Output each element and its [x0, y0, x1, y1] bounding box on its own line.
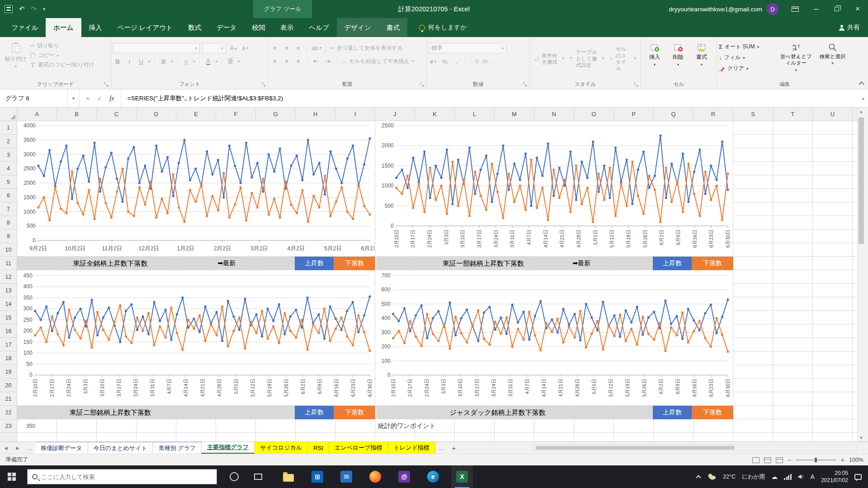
enter-formula-icon[interactable]: ✓ — [97, 95, 102, 102]
increase-decimal-button[interactable]: ←.0 — [470, 56, 479, 66]
ribbon-tab-数式[interactable]: 数式 — [180, 18, 209, 37]
normal-view-icon[interactable] — [752, 457, 760, 463]
zoom-out-icon[interactable]: − — [788, 456, 791, 464]
row-header-17[interactable]: 17 — [0, 338, 17, 352]
ribbon-tab-校閲[interactable]: 校閲 — [244, 18, 273, 37]
format-painter-button[interactable]: 書式のコピー/貼り付け — [30, 61, 94, 69]
merge-center-button[interactable]: ↔セルを結合して中央揃え▾ — [341, 57, 414, 65]
sheet-tab-トレンド指標[interactable]: トレンド指標 — [388, 442, 435, 454]
row-header-15[interactable]: 15 — [0, 311, 17, 324]
row-header-10[interactable]: 10 — [0, 243, 17, 257]
column-header-Q[interactable]: Q — [654, 108, 693, 121]
row-header-11[interactable]: 11 — [0, 257, 17, 270]
onedrive-cloud-icon[interactable]: ☁ — [771, 473, 778, 480]
dialog-launcher-icon[interactable] — [634, 82, 639, 87]
row-header-3[interactable]: 3 — [0, 148, 17, 162]
page-break-view-icon[interactable] — [776, 457, 783, 463]
column-header-G[interactable]: G — [256, 108, 296, 121]
ribbon-tab-書式[interactable]: 書式 — [379, 18, 407, 37]
column-header-S[interactable]: S — [733, 108, 773, 121]
one-point-cell[interactable]: 統計的ワンポイント — [378, 419, 436, 433]
sheet-nav-next-icon[interactable]: ▶ — [12, 442, 24, 454]
select-all-corner[interactable] — [0, 108, 17, 121]
column-header-R[interactable]: R — [693, 108, 733, 121]
bold-button[interactable]: B — [113, 56, 122, 66]
zoom-slider-thumb[interactable] — [815, 458, 817, 462]
horizontal-scrollbar[interactable] — [533, 445, 857, 451]
column-header-U[interactable]: U — [813, 108, 853, 121]
edge-button[interactable]: e — [422, 465, 444, 488]
sheet-tab-株価診断データ[interactable]: 株価診断データ — [35, 442, 88, 454]
row-header-7[interactable]: 7 — [0, 202, 17, 216]
currency-button[interactable]: ¥▾ — [429, 56, 438, 66]
font-size-combo[interactable]: ▾ — [203, 43, 226, 53]
row-header-14[interactable]: 14 — [0, 297, 17, 311]
row-header-13[interactable]: 13 — [0, 284, 17, 297]
sheet-tab-エンベロープ指標[interactable]: エンベロープ指標 — [329, 442, 388, 454]
column-header-P[interactable]: P — [614, 108, 654, 121]
share-button[interactable]: 共有 — [839, 18, 860, 37]
sheet-tab-主要指標グラフ[interactable]: 主要指標グラフ — [202, 442, 255, 454]
column-header-K[interactable]: K — [415, 108, 455, 121]
align-left-icon[interactable]: ≡ — [270, 56, 279, 66]
ribbon-tab-ファイル[interactable]: ファイル — [4, 18, 46, 37]
action-center-icon[interactable] — [854, 474, 862, 480]
dialog-launcher-icon[interactable] — [104, 82, 109, 87]
column-header-M[interactable]: M — [495, 108, 534, 121]
weather-desc[interactable]: にわか雨 — [742, 473, 765, 481]
ribbon-tab-ページ レイアウト[interactable]: ページ レイアウト — [110, 18, 180, 37]
increase-indent-icon[interactable]: ⇥ — [323, 56, 332, 66]
chart-jasdaq[interactable]: 01002003004005006007002月10日2月17日2月24日3月3… — [376, 271, 732, 405]
sheet-tab-サイコロジカル[interactable]: サイコロジカル — [255, 442, 308, 454]
column-header-N[interactable]: N — [534, 108, 574, 121]
decrease-font-button[interactable]: A▾ — [241, 43, 250, 53]
row-header-19[interactable]: 19 — [0, 365, 17, 379]
network-icon[interactable] — [784, 474, 792, 480]
close-button[interactable]: × — [847, 0, 868, 18]
undo-icon[interactable]: ↶ — [19, 5, 25, 13]
qat-customize-icon[interactable]: ▾ — [43, 7, 45, 11]
account-email[interactable]: dryyourtearswithlove1@gmail.com — [669, 6, 762, 13]
ribbon-tab-ホーム[interactable]: ホーム — [46, 18, 81, 37]
taskbar-search-input[interactable] — [41, 474, 212, 480]
file-explorer-button[interactable] — [278, 465, 299, 488]
ribbon-tab-ヘルプ[interactable]: ヘルプ — [301, 18, 337, 37]
fill-color-button[interactable] — [181, 56, 190, 66]
zoom-slider[interactable] — [796, 460, 836, 460]
vertical-scroll-thumb[interactable] — [859, 117, 864, 244]
row-header-22[interactable]: 22 — [0, 406, 17, 419]
column-header-J[interactable]: J — [375, 108, 415, 121]
scroll-down-icon[interactable]: ▼ — [858, 434, 865, 441]
new-sheet-button[interactable]: + — [447, 442, 461, 454]
row-header-23[interactable]: 23 — [0, 419, 17, 433]
sheet-tab-業種別 グラフ[interactable]: 業種別 グラフ — [153, 442, 202, 454]
copy-button[interactable]: コピー▾ — [30, 52, 94, 59]
tray-expand-icon[interactable] — [696, 475, 701, 480]
column-header-O[interactable]: O — [574, 108, 614, 121]
formula-text[interactable]: =SERIES("上昇率数",,トレンド統計関連!$AL$3:$FB$3,2) — [121, 94, 283, 103]
column-header-E[interactable]: E — [176, 108, 216, 121]
scroll-up-icon[interactable]: ▲ — [858, 108, 865, 115]
dialog-launcher-icon[interactable] — [420, 82, 425, 87]
align-middle-icon[interactable]: ≡ — [282, 43, 291, 53]
decrease-indent-icon[interactable]: ⇤ — [311, 56, 321, 66]
minimize-button[interactable]: – — [806, 0, 826, 18]
orientation-button[interactable]: ab▾ — [311, 43, 321, 53]
expand-formula-bar-icon[interactable]: ▾ — [862, 89, 864, 108]
sheet-tab-今日のまとめサイト[interactable]: 今日のまとめサイト — [88, 442, 153, 454]
column-header-F[interactable]: F — [216, 108, 256, 121]
column-header-B[interactable]: B — [57, 108, 97, 121]
firefox-button[interactable] — [364, 465, 386, 488]
sheet-tab-RSI[interactable]: RSI — [308, 442, 329, 454]
chart-tse-all[interactable]: 050010001500200025003000350040009月2日10月2… — [18, 121, 374, 256]
delete-cells-button[interactable]: 削除▾ — [666, 39, 690, 78]
redo-icon[interactable]: ↷ — [31, 5, 37, 13]
mail-button[interactable]: ✉ — [335, 465, 357, 488]
format-as-table-button[interactable]: テーブルとして書式設定▾ — [567, 39, 607, 78]
align-center-icon[interactable]: ≡ — [282, 56, 291, 66]
volume-icon[interactable] — [798, 474, 804, 479]
cortana-button[interactable] — [224, 465, 245, 488]
paste-button[interactable]: 貼り付け ▾ — [2, 39, 30, 78]
clock[interactable]: 20:05 2021/07/02 — [821, 469, 848, 484]
dialog-launcher-icon[interactable] — [523, 82, 528, 87]
